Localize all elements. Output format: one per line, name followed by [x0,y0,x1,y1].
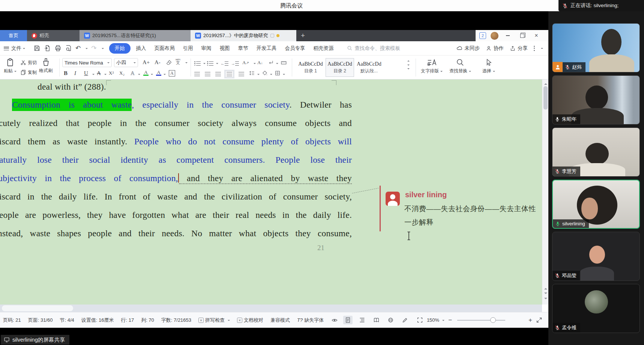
participant-tile[interactable]: silverlining [552,180,640,229]
select-button[interactable]: 选择 [482,58,495,74]
font-size-select[interactable]: 小四 [114,58,138,67]
numbering-dropdown-icon[interactable] [216,63,218,65]
collaborate-button[interactable]: 协作 [486,45,504,52]
align-justify-button-selected[interactable] [227,70,232,78]
zoom-out-button[interactable]: − [448,316,452,324]
styles-gallery-scroll[interactable] [407,59,410,70]
line-spacing-dropdown-icon[interactable] [257,74,260,76]
cut-button[interactable]: 剪切 [20,58,37,67]
menu-docer-resources[interactable]: 稻壳资源 [309,44,338,53]
shading-dropdown-icon[interactable] [270,74,272,76]
file-menu[interactable]: 文件 [11,45,21,52]
tab-pin-icon[interactable] [270,34,274,38]
paragraph-mark-button[interactable] [268,58,274,67]
text-effect-dropdown-icon[interactable] [138,74,140,76]
font-scale-dropdown-icon[interactable] [254,63,256,65]
redo-icon[interactable]: ↷ [91,44,96,52]
fit-page-icon[interactable] [417,317,423,323]
pinyin-dropdown-icon[interactable] [185,62,188,64]
new-tab-button[interactable]: + [296,30,309,41]
menu-dev-tools[interactable]: 开发工具 [252,44,281,53]
participant-tile[interactable]: 赵炜 [552,23,640,72]
align-distribute-button[interactable] [239,70,244,78]
vertical-scrollbar[interactable] [542,80,548,304]
underline-button[interactable]: U [84,69,88,77]
more-options-icon[interactable] [534,46,535,51]
typography-button[interactable]: 文字排版 [421,58,443,74]
font-scale-icon[interactable]: A↗ [242,58,249,67]
outline-view-icon[interactable] [357,316,367,324]
menu-view[interactable]: 视图 [216,44,234,53]
spellcheck-toggle[interactable]: ×拼写检查 [198,317,230,324]
print-icon[interactable] [54,45,62,52]
export-icon[interactable] [44,45,51,52]
command-search[interactable]: 查找命令、搜索模板 [347,45,401,52]
zoom-slider-knob[interactable] [490,317,496,323]
align-left-button[interactable] [194,70,200,78]
pinyin-guide-button[interactable]: wén 文 [176,57,180,66]
paragraph-dropdown-icon[interactable] [276,63,278,65]
style-default-paragraph[interactable]: AaBbCcDd 默认段... [355,58,383,77]
zoom-slider[interactable] [457,320,505,321]
save-icon[interactable] [33,45,41,52]
window-count-badge[interactable]: 2 [479,32,486,39]
bold-button[interactable]: B [64,69,68,77]
menu-insert[interactable]: 插入 [132,44,150,53]
menu-section[interactable]: 章节 [234,44,252,53]
style-toc2-selected[interactable]: AaBbCcDd 目录 2 [326,58,354,77]
superscript-button[interactable]: X² [109,69,114,77]
minimize-button[interactable] [503,32,513,39]
participant-tile[interactable]: 孟令维 [552,284,640,333]
font-color-button[interactable]: A [156,68,161,76]
menu-references[interactable]: 引用 [179,44,197,53]
missing-font-button[interactable]: T?缺失字体 [297,317,324,324]
find-replace-button[interactable]: 查找替换 [449,58,471,74]
bullets-dropdown-icon[interactable] [203,63,206,65]
share-button[interactable]: 分享 [510,45,528,52]
page-view-icon[interactable] [343,316,353,324]
line-spacing-button[interactable] [249,69,255,77]
tab-docer[interactable]: 稻壳 [27,30,80,41]
close-button[interactable]: × [531,32,541,39]
eye-protection-icon[interactable] [331,317,338,324]
decrease-indent-button[interactable]: ← [221,59,228,68]
increase-indent-button[interactable]: → [231,59,239,68]
format-painter-button[interactable]: 格式刷 [39,58,53,74]
bullets-button[interactable] [194,59,201,68]
zoom-level[interactable]: 150% [427,317,444,323]
undo-dropdown-icon[interactable] [86,48,88,50]
menu-review[interactable]: 审阅 [197,44,216,53]
restore-button[interactable] [517,32,527,39]
collapse-ribbon-icon[interactable] [541,46,543,49]
strikethrough-dropdown-icon[interactable] [104,74,107,76]
style-toc1[interactable]: AaBbCcDd 目录 1 [296,58,325,77]
subscript-button[interactable]: X₂ [119,69,125,77]
font-name-select[interactable]: Times New Roma [62,58,112,67]
vertical-scrollbar-thumb[interactable] [543,86,548,110]
borders-button[interactable] [275,69,281,77]
tab-document-2-active[interactable]: W 20199257...》中的废弃物研究 [191,30,296,41]
tab-home[interactable]: 首页 [0,30,27,41]
undo-icon[interactable]: ↶ [75,44,81,52]
web-view-icon[interactable] [386,316,395,324]
tab-document-1[interactable]: W 201992575...语言特征研究(1) [80,30,191,41]
grow-font-button[interactable]: A+ [143,58,150,66]
paste-button[interactable]: 粘贴 [4,58,17,74]
italic-button[interactable]: I [74,69,76,77]
proofread-toggle[interactable]: ×文档校对 [237,317,263,324]
shading-button[interactable] [262,69,268,77]
print-preview-icon[interactable] [65,45,72,52]
copy-button[interactable]: 复制 [20,68,37,76]
text-direction-button[interactable]: A↓ [257,58,263,67]
horizontal-scrollbar-thumb[interactable] [2,305,73,311]
font-color-dropdown-icon[interactable] [164,74,166,76]
participant-tile[interactable]: 朱昭年 [552,75,640,124]
menu-member[interactable]: 会员专享 [281,44,309,53]
read-view-icon[interactable] [372,316,381,324]
sync-status[interactable]: 未同步 [456,45,480,52]
account-avatar[interactable] [491,32,498,40]
paragraph-layout-icon[interactable] [281,58,287,67]
tab-pin-icon[interactable] [158,34,162,38]
participant-tile[interactable]: 邓晶莹 [552,232,640,281]
highlight-color-button[interactable]: A [143,68,149,76]
